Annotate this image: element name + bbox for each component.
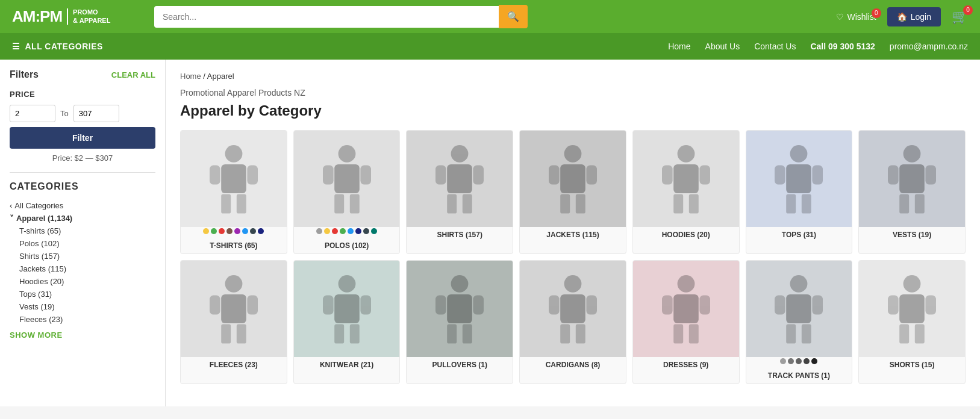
product-label: JACKETS (115) [520, 227, 626, 243]
all-categories-button[interactable]: ☰ ALL CATEGORIES [12, 33, 103, 60]
logo[interactable]: AM:PM PROMO& APPAREL [12, 7, 145, 26]
color-dot [355, 228, 361, 234]
price-section-title: PRICE [10, 90, 155, 99]
cart-badge: 0 [963, 5, 973, 15]
svg-rect-22 [549, 166, 560, 185]
product-card[interactable]: TRACK PANTS (1) [746, 260, 853, 384]
show-more-button[interactable]: SHOW MORE [10, 331, 155, 340]
nav-links: Home About Us Contact Us Call 09 300 513… [668, 42, 968, 51]
hamburger-icon: ☰ [12, 42, 20, 51]
email-address: promo@ampm.co.nz [890, 42, 968, 51]
sub-category-item[interactable]: Hoodies (20) [10, 275, 155, 288]
product-card[interactable]: PULLOVERS (1) [406, 260, 513, 384]
price-max-input[interactable] [73, 105, 119, 122]
svg-point-66 [677, 275, 694, 293]
svg-rect-20 [560, 194, 570, 214]
all-categories-sidebar-item[interactable]: ‹ All Categories [10, 199, 155, 212]
sub-category-item[interactable]: Vests (19) [10, 300, 155, 313]
clear-all-button[interactable]: CLEAR ALL [111, 70, 155, 79]
product-card[interactable]: POLOS (102) [293, 130, 401, 254]
sub-category-item[interactable]: Fleeces (23) [10, 313, 155, 326]
apparel-category-item[interactable]: ˅ Apparel (1,134) [10, 212, 155, 225]
svg-point-6 [338, 145, 355, 163]
chevron-down-icon: ˅ [10, 214, 14, 223]
product-label: TRACK PANTS (1) [746, 368, 852, 383]
price-to-label: To [60, 109, 69, 118]
product-card[interactable]: KNITWEAR (21) [293, 260, 401, 384]
svg-point-24 [677, 145, 694, 163]
page-title: Apparel by Category [180, 102, 966, 119]
color-swatches [294, 227, 400, 238]
price-range-text: Price: $2 — $307 [10, 154, 155, 163]
svg-rect-61 [560, 294, 585, 323]
svg-rect-74 [787, 324, 796, 344]
product-card[interactable]: TOPS (31) [746, 130, 853, 254]
product-card[interactable]: SHORTS (15) [858, 260, 966, 384]
home-icon: 🏠 [897, 12, 907, 22]
color-dot [811, 358, 817, 364]
sub-category-item[interactable]: Polos (102) [10, 237, 155, 250]
svg-rect-57 [463, 324, 472, 344]
color-dot [348, 228, 354, 234]
sidebar: Filters CLEAR ALL PRICE To Filter Price:… [0, 60, 166, 406]
svg-rect-38 [899, 194, 909, 214]
product-card[interactable]: SHIRTS (157) [406, 130, 513, 254]
svg-rect-7 [334, 164, 360, 193]
color-dot [250, 228, 256, 234]
svg-rect-52 [323, 296, 334, 315]
price-min-input[interactable] [10, 105, 55, 122]
color-dot [796, 358, 802, 364]
svg-rect-68 [673, 324, 683, 344]
svg-rect-17 [473, 166, 484, 185]
product-card[interactable]: HOODIES (20) [632, 130, 740, 254]
sub-category-item[interactable]: Tops (31) [10, 288, 155, 300]
product-card[interactable]: CARDIGANS (8) [519, 260, 626, 384]
sub-category-item[interactable]: T-shirts (65) [10, 225, 155, 237]
color-dot [219, 228, 225, 234]
svg-rect-31 [787, 164, 812, 193]
product-card[interactable]: FLEECES (23) [180, 260, 287, 384]
product-label: DRESSES (9) [633, 357, 739, 373]
cart-button[interactable]: 🛒 0 [952, 9, 968, 25]
search-input[interactable] [154, 6, 499, 28]
phone-number: Call 09 300 5132 [810, 42, 875, 51]
sub-category-item[interactable]: Shirts (157) [10, 250, 155, 262]
price-section: PRICE To Filter Price: $2 — $307 [10, 90, 155, 163]
sub-category-item[interactable]: Jackets (115) [10, 262, 155, 275]
nav-about[interactable]: About Us [705, 42, 740, 51]
svg-rect-40 [888, 166, 899, 185]
svg-rect-45 [237, 324, 246, 344]
nav-bar: ☰ ALL CATEGORIES Home About Us Contact U… [0, 33, 980, 60]
nav-contact[interactable]: Contact Us [754, 42, 796, 51]
svg-rect-65 [586, 296, 597, 315]
svg-rect-13 [447, 164, 472, 193]
filters-title: Filters [10, 69, 39, 80]
login-button[interactable]: 🏠 Login [887, 7, 941, 26]
search-button[interactable]: 🔍 [499, 5, 528, 28]
nav-home[interactable]: Home [668, 42, 690, 51]
wishlist-button[interactable]: ♡ Wishlist 0 [836, 12, 876, 22]
sub-category-list: T-shirts (65)Polos (102)Shirts (157)Jack… [10, 225, 155, 326]
svg-rect-33 [802, 194, 811, 214]
product-card[interactable]: VESTS (19) [858, 130, 966, 254]
svg-rect-2 [221, 194, 231, 214]
breadcrumb: Home / Apparel [180, 72, 966, 81]
svg-rect-62 [560, 324, 570, 344]
product-card[interactable]: T-SHIRTS (65) [180, 130, 287, 254]
filter-button[interactable]: Filter [10, 127, 155, 149]
logo-sub: PROMO& APPAREL [67, 8, 110, 24]
color-dot [324, 228, 330, 234]
color-dot [340, 228, 346, 234]
breadcrumb-home[interactable]: Home [180, 72, 201, 81]
svg-rect-83 [926, 296, 937, 315]
page-subtitle: Promotional Apparel Products NZ [180, 88, 966, 98]
svg-rect-8 [334, 194, 344, 214]
svg-rect-67 [673, 294, 699, 323]
svg-rect-34 [775, 166, 785, 185]
color-dot [203, 228, 209, 234]
svg-rect-63 [576, 324, 585, 344]
product-card[interactable]: JACKETS (115) [519, 130, 626, 254]
product-card[interactable]: DRESSES (9) [632, 260, 740, 384]
svg-rect-3 [237, 194, 246, 214]
svg-rect-21 [576, 194, 585, 214]
